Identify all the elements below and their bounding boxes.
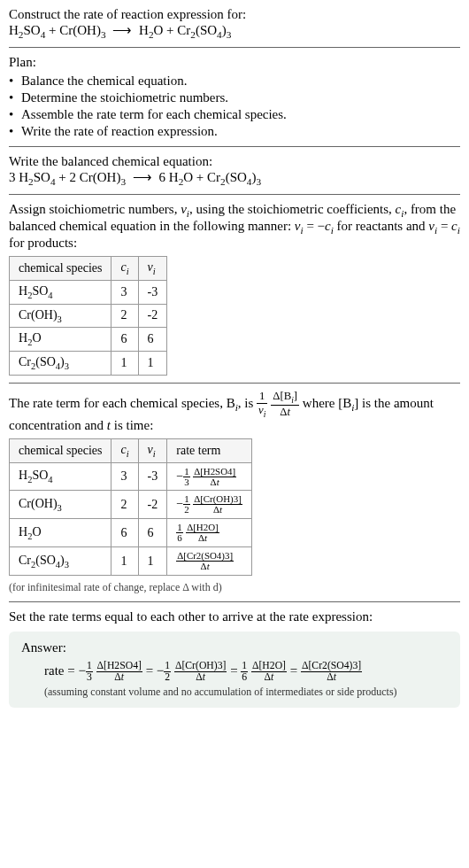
table-row: H2O66 16 Δ[H2O]Δt bbox=[10, 519, 252, 547]
answer-equation: rate = −13 Δ[H2SO4]Δt = −12 Δ[Cr(OH)3]Δt… bbox=[21, 661, 448, 682]
table-header: rate term bbox=[167, 438, 252, 462]
plan-list: •Balance the chemical equation. •Determi… bbox=[9, 74, 460, 139]
balanced-heading: Write the balanced chemical equation: bbox=[9, 154, 460, 169]
divider bbox=[9, 383, 460, 384]
intro-equation: H2SO4 + Cr(OH)3 ⟶ H2O + Cr2(SO4)3 bbox=[9, 22, 460, 40]
plan-section: Plan: •Balance the chemical equation. •D… bbox=[9, 55, 460, 139]
table-row: Cr(OH)32-2 −12 Δ[Cr(OH)3]Δt bbox=[10, 491, 252, 519]
rateterm-note: (for infinitesimal rate of change, repla… bbox=[9, 581, 460, 594]
balanced-equation: 3 H2SO4 + 2 Cr(OH)3 ⟶ 6 H2O + Cr2(SO4)3 bbox=[9, 169, 460, 187]
table-row: H2O66 bbox=[10, 328, 167, 352]
intro-prompt: Construct the rate of reaction expressio… bbox=[9, 7, 460, 22]
rateterm-table: chemical species ci νi rate term H2SO43-… bbox=[9, 438, 252, 576]
table-header: chemical species bbox=[10, 257, 111, 281]
intro-section: Construct the rate of reaction expressio… bbox=[9, 7, 460, 40]
answer-box: Answer: rate = −13 Δ[H2SO4]Δt = −12 Δ[Cr… bbox=[9, 632, 460, 708]
divider bbox=[9, 146, 460, 147]
table-row: Cr(OH)32-2 bbox=[10, 304, 167, 328]
stoich-section: Assign stoichiometric numbers, νi, using… bbox=[9, 202, 460, 376]
divider bbox=[9, 601, 460, 602]
table-header: ci bbox=[111, 257, 138, 281]
table-header: νi bbox=[138, 257, 167, 281]
plan-item: •Write the rate of reaction expression. bbox=[9, 124, 460, 139]
stoich-text: Assign stoichiometric numbers, νi, using… bbox=[9, 202, 460, 251]
table-header: chemical species bbox=[10, 438, 111, 462]
final-section: Set the rate terms equal to each other t… bbox=[9, 609, 460, 708]
plan-item: •Determine the stoichiometric numbers. bbox=[9, 90, 460, 105]
balanced-section: Write the balanced chemical equation: 3 … bbox=[9, 154, 460, 187]
final-heading: Set the rate terms equal to each other t… bbox=[9, 609, 460, 624]
table-row: H2SO43-3 bbox=[10, 280, 167, 304]
plan-item: •Assemble the rate term for each chemica… bbox=[9, 107, 460, 122]
rateterm-text: The rate term for each chemical species,… bbox=[9, 391, 460, 433]
stoich-table: chemical species ci νi H2SO43-3 Cr(OH)32… bbox=[9, 256, 167, 376]
divider bbox=[9, 194, 460, 195]
table-header: νi bbox=[138, 438, 167, 462]
rateterm-section: The rate term for each chemical species,… bbox=[9, 391, 460, 594]
table-row: Cr2(SO4)311 Δ[Cr2(SO4)3]Δt bbox=[10, 547, 252, 576]
answer-note: (assuming constant volume and no accumul… bbox=[21, 686, 448, 699]
table-header: ci bbox=[111, 438, 138, 462]
answer-label: Answer: bbox=[21, 640, 448, 655]
plan-item: •Balance the chemical equation. bbox=[9, 74, 460, 89]
table-row: Cr2(SO4)311 bbox=[10, 352, 167, 376]
divider bbox=[9, 47, 460, 48]
table-row: H2SO43-3 −13 Δ[H2SO4]Δt bbox=[10, 462, 252, 491]
plan-heading: Plan: bbox=[9, 55, 460, 70]
